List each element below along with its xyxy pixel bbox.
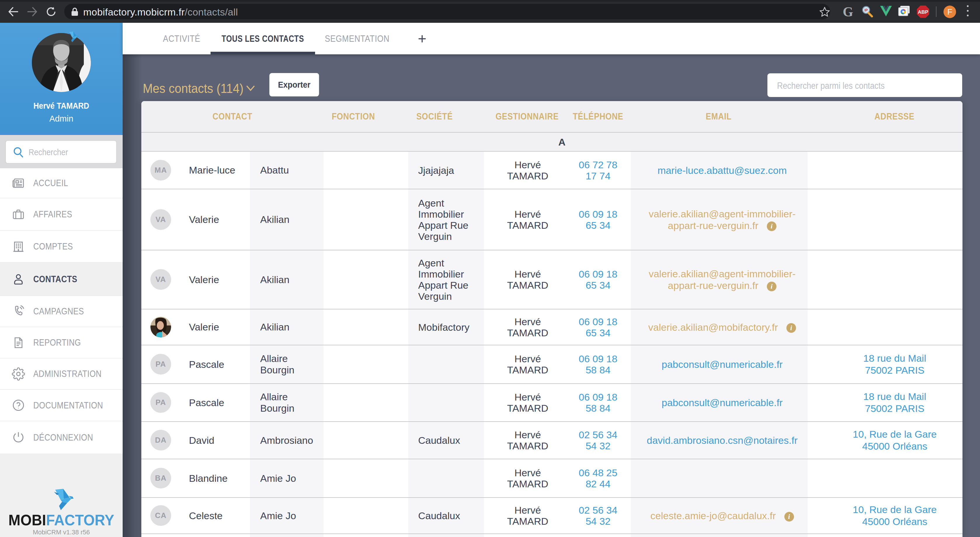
svg-text:IP: IP — [864, 8, 867, 12]
svg-text:ABP: ABP — [918, 10, 928, 15]
